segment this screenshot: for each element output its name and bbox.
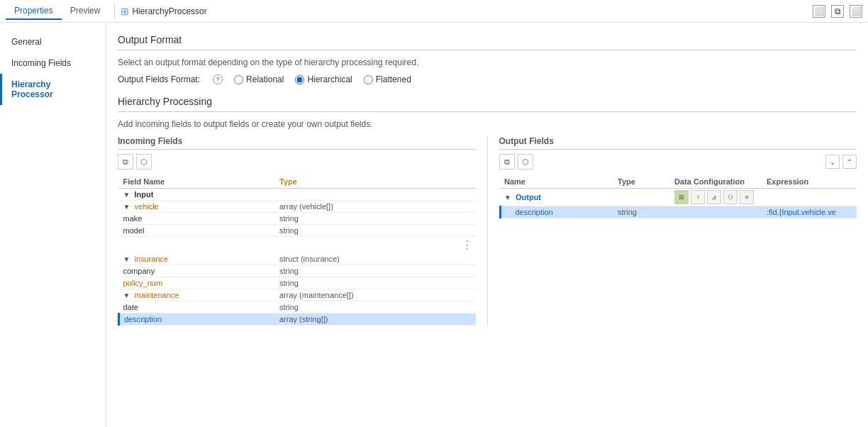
hp-panels: Incoming Fields ⧉ ⬡ Field Name Type [118,136,857,326]
dc-icon-list[interactable]: ≡ [740,190,754,204]
output-format-desc: Select an output format depending on the… [118,57,857,67]
main-layout: General Incoming Fields Hierarchy Proces… [0,23,868,427]
move-down-btn[interactable]: ⌄ [825,155,840,169]
output-add-btn[interactable]: ⧉ [499,154,515,170]
field-name-cell: ▼ maintenance [119,289,276,301]
table-row[interactable]: make string [119,213,476,225]
table-row[interactable]: date string [119,301,476,314]
table-row[interactable]: ▼ vehicle array (vehicle[]) [119,201,476,213]
field-name-cell: ▼ Input [119,189,276,201]
table-row[interactable]: description string :fld.{Input.vehicle.v… [500,206,857,218]
col-type: Type [275,175,476,189]
output-toolbar-right: ⌄ ⌃ [825,155,857,169]
table-row[interactable]: company string [119,265,476,277]
data-config-icons: ⊞ ⑂ ⊿ ⚇ ≡ [674,190,758,204]
grid-icon: ⊞ [121,6,129,17]
table-row[interactable]: model string [119,225,476,237]
output-name-cell: description [500,206,613,218]
dc-icon-branch[interactable]: ⑂ [691,190,705,204]
window-icon-3[interactable]: ⬜ [850,5,862,18]
output-format-section: Output Format Select an output format de… [118,34,857,84]
tree-toggle[interactable]: ▼ [123,203,130,211]
tab-properties[interactable]: Properties [6,3,62,20]
drag-separator: ⋮ [119,237,476,254]
field-type-cell: array (string[]) [275,314,476,326]
table-row[interactable]: ▼ Input [119,189,476,201]
radio-group: Output Fields Format: ? Relational Hiera… [118,74,857,84]
field-type-cell: string [275,265,476,277]
field-name-cell: description [119,314,276,326]
add-to-output-btn[interactable]: ⧉ [118,154,133,170]
sidebar-item-general[interactable]: General [0,31,106,52]
tree-toggle[interactable]: ▼ [123,255,130,263]
output-format-divider [118,50,857,50]
incoming-fields-header: Incoming Fields [118,136,476,150]
top-bar-divider [114,4,115,18]
radio-relational[interactable]: Relational [234,74,284,84]
sidebar-item-hierarchy-processor[interactable]: Hierarchy Processor [0,74,106,105]
col-name: Name [500,175,613,189]
table-row[interactable]: ▼ maintenance array (maintenance[]) [119,289,476,301]
output-copy-btn[interactable]: ⬡ [518,154,533,170]
hierarchy-processing-title: Hierarchy Processing [118,96,857,107]
field-name-cell: make [119,213,276,225]
field-type-cell: string [275,277,476,289]
output-fields-format-label: Output Fields Format: [118,74,200,84]
field-type-cell: string [275,213,476,225]
output-fields-panel: Output Fields ⧉ ⬡ ⌄ ⌃ [499,136,857,326]
help-icon[interactable]: ? [213,74,223,84]
dc-icon-filter[interactable]: ⊿ [707,190,721,204]
sidebar: General Incoming Fields Hierarchy Proces… [0,23,106,427]
hierarchy-processing-divider [118,111,857,112]
table-row[interactable]: ▼ insurance struct (insurance) [119,253,476,265]
sidebar-item-incoming-fields[interactable]: Incoming Fields [0,52,106,74]
dc-icon-person[interactable]: ⚇ [723,190,738,204]
output-expression-cell [762,189,857,206]
tree-toggle[interactable]: ▼ [123,191,130,199]
top-bar: Properties Preview ⊞ HierarchyProcessor … [0,0,868,23]
tree-toggle[interactable]: ▼ [504,194,511,201]
hierarchy-processing-desc: Add incoming fields to output fields or … [118,119,857,129]
app-title: ⊞ HierarchyProcessor [121,6,206,17]
field-name-cell: company [119,265,276,277]
incoming-fields-table: Field Name Type ▼ Input [118,175,476,326]
window-icon-1[interactable]: ⬜ [813,5,825,18]
field-name-cell: policy_num [119,277,276,289]
table-row[interactable]: policy_num string [119,277,476,289]
field-type-cell: string [275,225,476,237]
content-area: Output Format Select an output format de… [106,23,868,427]
field-name-cell: date [119,301,276,314]
hierarchy-processing-section: Hierarchy Processing Add incoming fields… [118,96,857,326]
table-row[interactable]: ▼ Output ⊞ ⑂ ⊿ ⚇ [500,189,857,206]
field-type-cell [275,189,476,201]
col-field-name: Field Name [119,175,276,189]
window-icons: ⬜ ⧉ ⬜ [813,5,862,18]
tab-preview[interactable]: Preview [62,3,109,20]
move-up-btn[interactable]: ⌃ [842,155,857,169]
radio-flattened[interactable]: Flattened [364,74,411,84]
output-fields-table: Name Type Data Configuration Expression … [499,175,857,218]
output-name-cell: ▼ Output [500,189,613,206]
field-type-cell: array (vehicle[]) [275,201,476,213]
col-type: Type [613,175,670,189]
field-name-cell: model [119,225,276,237]
output-expression-cell: :fld.{Input.vehicle.ve [762,206,857,218]
output-type-cell [613,189,670,206]
col-expression: Expression [762,175,857,189]
output-format-title: Output Format [118,34,857,45]
output-config-cell: ⊞ ⑂ ⊿ ⚇ ≡ [670,189,762,206]
table-row[interactable]: description array (string[]) [119,314,476,326]
tree-toggle[interactable]: ▼ [123,292,130,299]
window-icon-2[interactable]: ⧉ [831,5,844,18]
incoming-fields-toolbar: ⧉ ⬡ [118,154,476,170]
field-name-cell: ▼ vehicle [119,201,276,213]
radio-hierarchical[interactable]: Hierarchical [295,74,352,84]
output-type-cell: string [613,206,670,218]
incoming-fields-panel: Incoming Fields ⧉ ⬡ Field Name Type [118,136,488,326]
dc-icon-grid[interactable]: ⊞ [674,190,689,204]
field-name-cell: ▼ insurance [119,253,276,265]
copy-btn[interactable]: ⬡ [136,154,152,170]
field-type-cell: struct (insurance) [275,253,476,265]
output-config-cell [670,206,762,218]
output-toolbar-left: ⧉ ⬡ [499,154,533,170]
